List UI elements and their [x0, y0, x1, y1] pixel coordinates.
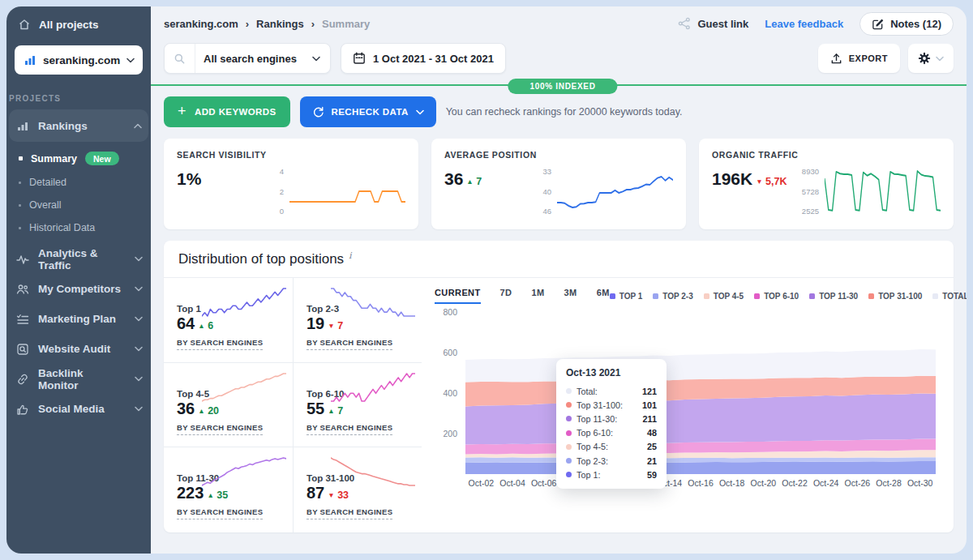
by-search-engines-link[interactable]: BY SEARCH ENGINES	[177, 423, 263, 435]
leave-feedback-link[interactable]: Leave feedback	[765, 18, 843, 30]
by-search-engines-link[interactable]: BY SEARCH ENGINES	[306, 507, 392, 519]
x-tick-label: Oct-20	[751, 478, 777, 488]
x-axis-labels: Oct-02Oct-04Oct-06Oct-08Oct-10Oct-12Oct-…	[465, 474, 936, 492]
bullet-icon	[19, 227, 21, 229]
by-search-engines-link[interactable]: BY SEARCH ENGINES	[177, 507, 263, 519]
date-range-picker[interactable]: 1 Oct 2021 - 31 Oct 2021	[341, 43, 506, 74]
dist-card-delta: ▲ 6	[198, 320, 213, 331]
subitem-label: Overall	[29, 199, 62, 211]
sidebar-item-website-audit[interactable]: Website Audit	[6, 334, 151, 364]
tab-1m[interactable]: 1M	[531, 288, 544, 304]
breadcrumb-item-seranking-com[interactable]: seranking.com	[164, 18, 238, 30]
legend-item-top-11-30[interactable]: TOP 11-30	[809, 292, 858, 301]
sidebar-item-analytics-traffic[interactable]: Analytics & Traffic	[6, 244, 151, 274]
y-tick-label: 2525	[802, 207, 819, 216]
y-tick-label: 800	[443, 307, 457, 317]
info-icon[interactable]: i	[349, 250, 352, 261]
legend-item-total[interactable]: TOTAL	[932, 292, 967, 301]
chart-controls: CURRENT7D1M3M6M TOP 1TOP 2-3TOP 4-5TOP 6…	[435, 288, 936, 304]
tooltip-row-value: 21	[647, 456, 657, 466]
metric-sparkline: 334046	[525, 166, 673, 216]
tooltip-row-label: Top 6-10:	[577, 428, 613, 438]
project-selector[interactable]: seranking.com	[15, 45, 143, 75]
export-button[interactable]: EXPORT	[818, 44, 900, 73]
metric-card-average-position: AVERAGE POSITION36▲ 7334046	[431, 139, 686, 229]
recheck-data-button[interactable]: RECHECK DATA	[300, 96, 436, 127]
tab-3m[interactable]: 3M	[564, 288, 577, 304]
legend-label: TOP 2-3	[662, 292, 692, 301]
chevron-down-icon	[135, 316, 143, 322]
metric-value-block: 196K▼ 5,7K	[712, 166, 793, 189]
arrow-up-icon: ▲	[207, 491, 213, 499]
chevron-down-icon	[135, 376, 143, 382]
breadcrumb-separator: ›	[311, 18, 315, 30]
legend-item-top-6-10[interactable]: TOP 6-10	[754, 292, 799, 301]
recheck-data-label: RECHECK DATA	[332, 107, 409, 117]
legend-item-top-31-100[interactable]: TOP 31-100	[868, 292, 922, 301]
competitors-icon	[16, 283, 29, 296]
new-badge: New	[85, 152, 119, 165]
tooltip-row-label: Top 31-100:	[577, 400, 623, 410]
sparkline-svg	[557, 166, 673, 216]
y-tick-label: 200	[443, 429, 457, 438]
dist-sparkline-svg	[202, 370, 286, 405]
legend-item-top-4-5[interactable]: TOP 4-5	[704, 292, 744, 301]
guest-link-button[interactable]: Guest link	[678, 17, 748, 30]
project-chart-icon	[24, 53, 36, 66]
tooltip-row-value: 25	[647, 442, 657, 451]
sidebar-subitem-detailed[interactable]: Detailed	[6, 171, 151, 194]
backlink-icon	[16, 373, 29, 386]
by-search-engines-link[interactable]: BY SEARCH ENGINES	[177, 338, 263, 350]
sidebar-subitem-historical-data[interactable]: Historical Data	[6, 216, 151, 239]
add-keywords-label: ADD KEYWORDS	[195, 107, 276, 117]
sidebar-subitem-overall[interactable]: Overall	[6, 194, 151, 216]
tooltip-row-label: Top 2-3:	[577, 456, 608, 466]
chevron-up-icon	[134, 123, 142, 129]
x-tick-label: Oct-04	[499, 478, 525, 488]
tab-6m[interactable]: 6M	[597, 288, 610, 304]
x-tick-label: Oct-22	[782, 478, 808, 488]
sidebar-item-social-media[interactable]: Social Media	[6, 394, 151, 424]
notes-button[interactable]: Notes (12)	[859, 12, 954, 36]
sidebar-item-backlink-monitor[interactable]: Backlink Monitor	[6, 364, 151, 394]
y-tick-label: 33	[542, 167, 551, 176]
add-keywords-button[interactable]: + ADD KEYWORDS	[164, 96, 290, 127]
export-label: EXPORT	[849, 53, 888, 63]
legend-swatch	[754, 293, 760, 299]
distribution-body: Top 164▲ 6BY SEARCH ENGINESTop 2-319▼ 7B…	[164, 278, 954, 532]
sidebar-item-rankings[interactable]: Rankings	[9, 109, 148, 142]
tooltip-row-label: Top 4-5:	[577, 442, 608, 451]
dist-sparkline-svg	[202, 454, 286, 489]
tooltip-row-top-2-3: Top 2-3:21	[566, 454, 657, 468]
bullet-icon	[19, 182, 21, 184]
x-axis-row: Oct-02Oct-04Oct-06Oct-08Oct-10Oct-12Oct-…	[435, 474, 936, 492]
metric-value: 196K	[712, 169, 752, 188]
sidebar: All projects seranking.com PROJECTS Rank…	[6, 6, 151, 554]
sidebar-item-marketing-plan[interactable]: Marketing Plan	[6, 304, 151, 334]
breadcrumb-item-rankings[interactable]: Rankings	[256, 18, 304, 30]
toolbar: All search engines 1 Oct 2021 - 31 Oct 2…	[151, 41, 967, 74]
sidebar-subitem-summary[interactable]: SummaryNew	[6, 146, 151, 171]
tab-7d[interactable]: 7D	[500, 288, 512, 304]
all-projects-link[interactable]: All projects	[6, 6, 151, 42]
x-tick-label: Oct-28	[876, 478, 902, 488]
legend-item-top-1[interactable]: TOP 1	[610, 292, 643, 301]
main-content: seranking.com›Rankings›Summary Guest lin…	[151, 6, 967, 554]
metric-value: 1%	[177, 169, 201, 188]
notes-label: Notes (12)	[890, 18, 941, 30]
by-search-engines-link[interactable]: BY SEARCH ENGINES	[306, 338, 392, 350]
tab-current[interactable]: CURRENT	[435, 288, 481, 304]
tooltip-row-value: 59	[647, 470, 657, 480]
dist-sparkline-svg	[331, 370, 415, 405]
by-search-engines-link[interactable]: BY SEARCH ENGINES	[306, 423, 392, 435]
tooltip-series-dot	[566, 416, 572, 421]
sidebar-item-my-competitors[interactable]: My Competitors	[6, 274, 151, 304]
subitem-label: Summary	[31, 153, 77, 165]
tooltip-series-dot	[566, 472, 572, 477]
legend-item-top-2-3[interactable]: TOP 2-3	[653, 292, 692, 301]
tooltip-row-label: Total:	[577, 387, 598, 396]
search-engine-select[interactable]: All search engines	[164, 43, 331, 74]
search-icon	[165, 44, 195, 73]
settings-button[interactable]	[908, 44, 954, 73]
stacked-area-plot[interactable]: Oct-13 2021 Total:121Top 31-100:101Top 1…	[465, 312, 936, 474]
